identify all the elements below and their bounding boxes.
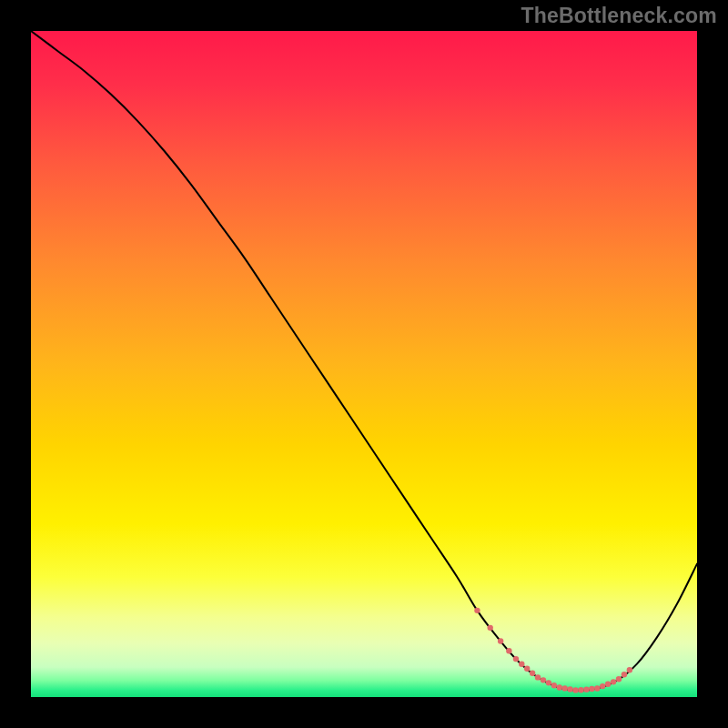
- svg-point-11: [546, 680, 551, 685]
- svg-point-3: [498, 638, 503, 643]
- svg-point-12: [551, 682, 557, 688]
- svg-point-8: [530, 671, 535, 676]
- svg-point-2: [488, 625, 493, 631]
- svg-point-17: [578, 687, 583, 693]
- svg-point-24: [616, 676, 622, 682]
- svg-point-20: [594, 685, 600, 691]
- svg-point-21: [600, 683, 605, 689]
- svg-point-26: [627, 667, 632, 672]
- svg-point-18: [583, 686, 589, 692]
- svg-point-5: [513, 656, 519, 662]
- svg-point-15: [567, 686, 572, 692]
- svg-point-13: [557, 684, 562, 690]
- svg-point-14: [561, 685, 567, 691]
- svg-point-10: [541, 677, 546, 682]
- svg-point-23: [611, 679, 616, 684]
- bottleneck-curve: [31, 31, 697, 697]
- svg-point-6: [519, 662, 524, 667]
- svg-point-4: [506, 648, 511, 653]
- watermark-text: TheBottleneck.com: [521, 4, 717, 28]
- svg-point-16: [572, 687, 578, 693]
- svg-point-25: [622, 672, 627, 677]
- plot-area: [31, 31, 697, 697]
- svg-point-19: [589, 686, 594, 692]
- svg-point-7: [524, 666, 530, 672]
- svg-point-22: [605, 682, 611, 687]
- svg-point-9: [535, 674, 541, 680]
- chart-frame: TheBottleneck.com: [0, 0, 728, 728]
- svg-point-1: [474, 608, 480, 613]
